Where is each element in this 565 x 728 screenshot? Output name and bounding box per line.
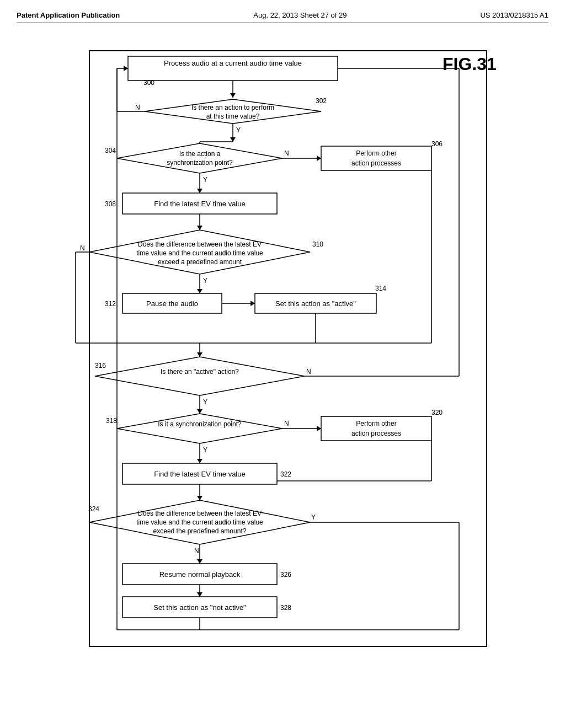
diamond-324-text1: Does the difference between the latest E… bbox=[138, 510, 262, 517]
arrowhead-1 bbox=[230, 93, 236, 98]
diamond-316 bbox=[95, 357, 305, 395]
y-label-318: Y bbox=[203, 446, 207, 454]
label-312: 312 bbox=[105, 300, 116, 308]
arrowhead-304-Y bbox=[197, 189, 202, 193]
y-label-324: Y bbox=[311, 513, 316, 521]
diamond-324-text3: exceed the predefined amount? bbox=[153, 527, 247, 535]
n-label-302: N bbox=[135, 104, 140, 111]
box-312-text: Pause the audio bbox=[146, 299, 198, 308]
arrowhead-back bbox=[124, 66, 128, 71]
label-318: 318 bbox=[106, 417, 117, 425]
outer-border bbox=[89, 51, 487, 646]
label-304: 304 bbox=[105, 147, 116, 154]
figure-label: FIG.31 bbox=[443, 54, 497, 74]
n-label-316: N bbox=[306, 368, 311, 376]
arrowhead-to-316 bbox=[197, 352, 202, 357]
diamond-324-text2: time value and the current audio time va… bbox=[136, 518, 263, 526]
box-308-text: Find the latest EV time value bbox=[154, 200, 245, 208]
diamond-304-text2: synchronization point? bbox=[167, 159, 233, 167]
box-322-text: Find the latest EV time value bbox=[154, 470, 245, 478]
header-patent-number: US 2013/0218315 A1 bbox=[480, 11, 548, 19]
label-308: 308 bbox=[105, 200, 116, 208]
y-label-310: Y bbox=[203, 277, 207, 285]
n-label-318: N bbox=[284, 420, 289, 427]
diamond-302-text1: Is there an action to perform bbox=[191, 104, 274, 111]
label-310: 310 bbox=[312, 240, 323, 248]
label-320: 320 bbox=[431, 409, 443, 416]
arrowhead-312 bbox=[250, 301, 255, 306]
diamond-316-text1: Is there an "active" action? bbox=[161, 368, 239, 376]
box-328-text: Set this action as "not active" bbox=[153, 603, 246, 612]
label-322: 322 bbox=[280, 470, 291, 478]
diamond-318 bbox=[117, 414, 282, 443]
arrowhead-322 bbox=[197, 496, 202, 500]
n-label-304: N bbox=[284, 149, 289, 157]
diamond-310-text2: time value and the current audio time va… bbox=[136, 249, 263, 257]
label-324: 324 bbox=[88, 505, 99, 513]
arrowhead-308 bbox=[197, 226, 202, 230]
n-label-324: N bbox=[194, 547, 199, 555]
arrowhead-310-Y bbox=[197, 289, 202, 293]
label-328: 328 bbox=[280, 604, 291, 612]
label-316: 316 bbox=[95, 362, 106, 370]
box-314-text: Set this action as "active" bbox=[275, 299, 356, 308]
flowchart-container: FIG.31 Process audio at a current audio … bbox=[17, 40, 548, 702]
box-306-text2: action processes bbox=[351, 159, 401, 167]
y-label-304: Y bbox=[203, 176, 207, 184]
label-314: 314 bbox=[375, 285, 386, 292]
y-label-316: Y bbox=[203, 398, 207, 406]
label-326: 326 bbox=[280, 571, 291, 579]
diamond-304-text1: Is the action a bbox=[179, 150, 221, 158]
arrowhead-304-N bbox=[317, 156, 321, 161]
arrowhead-316-Y bbox=[197, 409, 202, 414]
box-326-text: Resume normal playback bbox=[159, 570, 241, 579]
box-306-text1: Perform other bbox=[356, 149, 396, 157]
arrowhead-326 bbox=[197, 592, 202, 597]
diamond-304 bbox=[117, 143, 282, 173]
start-box-text-1: Process audio at a current audio time va… bbox=[164, 59, 302, 67]
header-publication-label: Patent Application Publication bbox=[17, 11, 120, 19]
page: Patent Application Publication Aug. 22, … bbox=[0, 0, 565, 728]
diamond-310-text1: Does the difference between the latest E… bbox=[138, 240, 262, 248]
box-320-text1: Perform other bbox=[356, 420, 396, 427]
flowchart-svg: FIG.31 Process audio at a current audio … bbox=[45, 40, 520, 702]
diamond-318-text1: Is it a synchronization point? bbox=[158, 420, 242, 428]
arrowhead-318-Y bbox=[197, 459, 202, 463]
n-label-310: N bbox=[80, 244, 85, 252]
diamond-310-text3: exceed a predefined amount bbox=[158, 258, 242, 266]
diamond-302-text2: at this time value? bbox=[206, 113, 260, 120]
arrowhead-318-N bbox=[317, 426, 321, 431]
label-306: 306 bbox=[431, 140, 443, 148]
arrowhead-324-N bbox=[197, 559, 202, 564]
y-label-302: Y bbox=[236, 126, 241, 134]
arrowhead-302-Y bbox=[230, 137, 236, 142]
label-302: 302 bbox=[316, 97, 327, 105]
header-date-sheet: Aug. 22, 2013 Sheet 27 of 29 bbox=[253, 11, 347, 19]
page-header: Patent Application Publication Aug. 22, … bbox=[17, 11, 548, 23]
box-320-text2: action processes bbox=[351, 430, 401, 437]
label-300: 300 bbox=[143, 79, 154, 87]
